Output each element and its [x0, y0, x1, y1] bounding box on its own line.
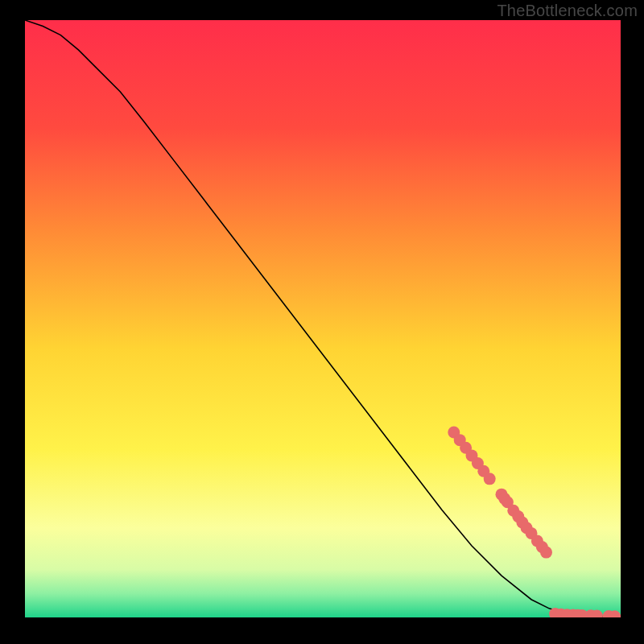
chart-svg: [25, 20, 621, 617]
watermark-label: TheBottleneck.com: [497, 2, 638, 20]
data-marker: [484, 473, 496, 485]
chart-frame: TheBottleneck.com: [0, 0, 644, 644]
data-marker: [540, 547, 552, 559]
plot-area: [25, 20, 621, 617]
